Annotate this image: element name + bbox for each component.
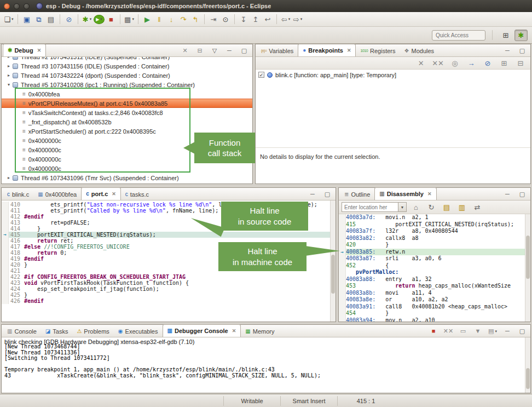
- breakpoint-checkbox[interactable]: ✓: [258, 72, 264, 78]
- maximize-button[interactable]: ▢: [517, 327, 528, 335]
- remove-all-terminated-button[interactable]: ✕✕: [443, 327, 454, 335]
- view-menu-button[interactable]: ▽: [209, 47, 220, 55]
- new-wizard-button[interactable]: ❏▾: [3, 13, 14, 25]
- window-minimize-button[interactable]: [14, 3, 20, 9]
- minimize-button[interactable]: ─: [224, 47, 235, 55]
- tab-executables[interactable]: ◉Executables: [114, 325, 163, 337]
- next-annotation-button[interactable]: ↧: [238, 13, 249, 25]
- console-scrollbar-thumb[interactable]: [526, 368, 530, 389]
- tab-console[interactable]: ▥Console: [3, 325, 41, 337]
- forward-button[interactable]: ⇨▾: [292, 13, 303, 25]
- minimize-button[interactable]: ─: [307, 190, 318, 198]
- tab-memory[interactable]: ▦Memory: [241, 325, 279, 337]
- tree-expander-icon[interactable]: ▸: [5, 57, 13, 59]
- save-all-button[interactable]: ⧉: [33, 13, 44, 25]
- maximize-button[interactable]: ▢: [517, 47, 528, 55]
- tab-tasks[interactable]: ◪Tasks: [41, 325, 73, 337]
- disassembly-scrollbar-thumb[interactable]: [526, 236, 530, 278]
- refresh-button[interactable]: ↻: [426, 201, 437, 213]
- back-button[interactable]: ⇦▾: [280, 13, 291, 25]
- save-button[interactable]: ▣: [21, 13, 32, 25]
- editor-scrollbar-thumb[interactable]: [331, 255, 335, 294]
- thread-row[interactable]: ▸Thread #6 1073431096 (Tmr Svc) (Suspend…: [2, 173, 252, 182]
- debug-perspective-button[interactable]: ✱: [514, 30, 528, 41]
- instruction-stepping-mode-button[interactable]: ⇥: [208, 13, 219, 25]
- breakpoint-row[interactable]: ✓ blink.c [function: app_main] [type: Te…: [256, 70, 530, 80]
- thread-row[interactable]: ▸Thread #3 1073431156 (IDLE) (Suspended …: [2, 61, 252, 71]
- suspend-button[interactable]: ‖: [154, 13, 165, 25]
- tab-close-icon[interactable]: ✕: [112, 191, 116, 197]
- tree-expander-icon[interactable]: ▾: [5, 82, 13, 87]
- search-button[interactable]: ⊙: [220, 13, 231, 25]
- terminate-launch-button[interactable]: ■: [106, 13, 117, 25]
- tab-registers[interactable]: 1010Registers: [356, 45, 400, 56]
- show-symbols-button[interactable]: ▥: [456, 201, 467, 213]
- tab-disassembly[interactable]: ▥Disassembly✕: [374, 187, 436, 200]
- tab-close-icon[interactable]: ✕: [232, 328, 236, 334]
- resume-button[interactable]: ▶: [142, 13, 153, 25]
- tab-problems[interactable]: ⚠Problems: [72, 325, 113, 337]
- step-return-button[interactable]: ↰: [190, 13, 201, 25]
- thread-row[interactable]: ▸Thread #2 1073431312 (IDLE) (Suspended …: [2, 57, 252, 61]
- debug-button[interactable]: ✱▾: [82, 13, 92, 25]
- home-button[interactable]: ⌂: [410, 201, 421, 213]
- show-source-button[interactable]: ▤: [441, 201, 452, 213]
- clear-console-button[interactable]: ▭: [458, 327, 469, 335]
- console-scrollbar[interactable]: [525, 337, 530, 393]
- print-button[interactable]: ▤: [45, 13, 56, 25]
- tab-modules[interactable]: ❖Modules: [400, 45, 439, 56]
- tab-0x4000bfea[interactable]: ▦0x4000bfea: [33, 188, 81, 200]
- skip-all-breakpoints-button[interactable]: ⊘: [482, 57, 493, 69]
- tab-variables[interactable]: (x)=Variables: [257, 45, 298, 56]
- maximize-button[interactable]: ▢: [239, 47, 250, 55]
- disassembly-body[interactable]: 40083a7d: movi.n a2, 1415 portEXIT_CRITI…: [339, 214, 525, 322]
- display-selected-console-button[interactable]: ▼: [472, 327, 483, 335]
- sync-with-active-debug-context-button[interactable]: ⇄: [472, 201, 483, 213]
- last-edit-location-button[interactable]: ↩: [262, 13, 273, 25]
- tab-outline[interactable]: ≣Outline: [340, 188, 374, 200]
- tree-expander-icon[interactable]: ▸: [5, 175, 13, 180]
- maximize-button[interactable]: ▢: [517, 190, 528, 198]
- open-console-button[interactable]: ▤▾: [487, 327, 498, 335]
- external-tools-button[interactable]: ▩▾: [124, 13, 135, 25]
- expand-all-button[interactable]: ⊞: [499, 57, 510, 69]
- collapse-all-button[interactable]: ⊟: [515, 57, 526, 69]
- location-dropdown-icon[interactable]: ▼: [398, 202, 407, 212]
- tab-tasks-c[interactable]: ctasks.c: [121, 188, 153, 200]
- show-breakpoints-for-selection-button[interactable]: ◎: [449, 57, 460, 69]
- terminate-button[interactable]: ■: [428, 327, 439, 335]
- tree-expander-icon[interactable]: ▸: [5, 64, 13, 68]
- remove-all-breakpoints-button[interactable]: ✕✕: [432, 57, 444, 69]
- previous-annotation-button[interactable]: ↥: [250, 13, 261, 25]
- minimize-button[interactable]: ─: [502, 47, 513, 55]
- minimize-button[interactable]: ─: [502, 190, 513, 198]
- tab-close-icon[interactable]: ✕: [37, 48, 42, 53]
- window-close-button[interactable]: [4, 3, 10, 9]
- maximize-button[interactable]: ▢: [322, 190, 333, 198]
- quick-access-input[interactable]: [432, 30, 485, 41]
- open-perspective-button[interactable]: ⊞: [499, 30, 512, 41]
- tab-port-c[interactable]: cport.c✕: [81, 187, 121, 200]
- location-input[interactable]: [342, 202, 398, 212]
- remove-selected-breakpoints-button[interactable]: ✕: [415, 57, 426, 69]
- window-maximize-button[interactable]: [24, 3, 30, 9]
- remove-all-terminated-button[interactable]: ✕: [180, 47, 190, 55]
- go-to-file-for-breakpoint-button[interactable]: →: [466, 57, 477, 69]
- tree-expander-icon[interactable]: ▸: [5, 73, 13, 78]
- tab-close-icon[interactable]: ✕: [347, 48, 351, 53]
- tab-close-icon[interactable]: ✕: [427, 191, 432, 197]
- step-into-button[interactable]: ↓: [166, 13, 177, 25]
- skip-all-breakpoints-button[interactable]: ⊘: [63, 13, 74, 25]
- tab-blink-c[interactable]: cblink.c: [3, 188, 33, 200]
- tab-breakpoints[interactable]: ●Breakpoints✕: [298, 44, 356, 56]
- minimize-button[interactable]: ─: [502, 327, 513, 335]
- run-button[interactable]: ▶▾: [94, 15, 105, 24]
- console-output[interactable]: blink checking [GDB Hardware Debugging] …: [2, 337, 525, 393]
- editor-scrollbar[interactable]: [330, 200, 336, 322]
- disassembly-scrollbar[interactable]: [525, 214, 530, 322]
- tab-debug[interactable]: ✱Debug✕: [3, 44, 46, 56]
- collapse-all-button[interactable]: ⊟: [194, 47, 205, 55]
- thread-row[interactable]: ▸Thread #4 1073432224 (dport) (Suspended…: [2, 71, 252, 80]
- tab-debugger-console[interactable]: ▥Debugger Console✕: [163, 324, 241, 337]
- step-over-button[interactable]: ↷: [178, 13, 189, 25]
